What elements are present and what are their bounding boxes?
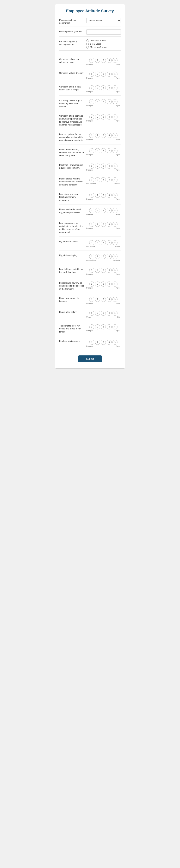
title-input[interactable] (86, 30, 121, 34)
rating-btn-2[interactable]: 2 (95, 58, 100, 63)
tenure-radio[interactable] (86, 46, 89, 49)
rating-btn-2[interactable]: 2 (95, 311, 100, 316)
rating-btn-5[interactable]: 5 (112, 254, 117, 259)
rating-btn-5[interactable]: 5 (112, 324, 117, 330)
rating-btn-3[interactable]: 3 (101, 193, 106, 198)
rating-btn-5[interactable]: 5 (112, 281, 117, 286)
rating-btn-3[interactable]: 3 (101, 340, 106, 345)
rating-btn-5[interactable]: 5 (112, 297, 117, 302)
rating-btn-5[interactable]: 5 (112, 177, 117, 182)
rating-btn-4[interactable]: 4 (107, 99, 112, 104)
rating-btn-1[interactable]: 1 (89, 222, 94, 227)
rating-btn-2[interactable]: 2 (95, 240, 100, 245)
rating-btn-3[interactable]: 3 (101, 297, 106, 302)
rating-btn-3[interactable]: 3 (101, 148, 106, 153)
rating-btn-5[interactable]: 5 (112, 85, 117, 90)
rating-btn-2[interactable]: 2 (95, 297, 100, 302)
rating-btn-1[interactable]: 1 (89, 177, 94, 182)
rating-btn-1[interactable]: 1 (89, 71, 94, 76)
rating-btn-5[interactable]: 5 (112, 58, 117, 63)
rating-btn-1[interactable]: 1 (89, 193, 94, 198)
rating-btn-3[interactable]: 3 (101, 268, 106, 273)
rating-btn-3[interactable]: 3 (101, 281, 106, 286)
rating-btn-1[interactable]: 1 (89, 268, 94, 273)
rating-btn-4[interactable]: 4 (107, 148, 112, 153)
rating-btn-2[interactable]: 2 (95, 254, 100, 259)
rating-btn-5[interactable]: 5 (112, 163, 117, 168)
rating-btn-4[interactable]: 4 (107, 297, 112, 302)
rating-btn-3[interactable]: 3 (101, 71, 106, 76)
rating-btn-2[interactable]: 2 (95, 340, 100, 345)
rating-btn-3[interactable]: 3 (101, 324, 106, 330)
rating-btn-3[interactable]: 3 (101, 85, 106, 90)
rating-btn-1[interactable]: 1 (89, 311, 94, 316)
rating-btn-1[interactable]: 1 (89, 340, 94, 345)
rating-btn-2[interactable]: 2 (95, 71, 100, 76)
rating-btn-4[interactable]: 4 (107, 208, 112, 213)
department-select[interactable]: Please SelectHRFinanceEngineeringMarketi… (86, 18, 121, 23)
rating-btn-4[interactable]: 4 (107, 222, 112, 227)
tenure-option[interactable]: More than 3 years (86, 46, 121, 49)
rating-btn-3[interactable]: 3 (101, 177, 106, 182)
rating-btn-5[interactable]: 5 (112, 240, 117, 245)
rating-btn-4[interactable]: 4 (107, 281, 112, 286)
rating-btn-4[interactable]: 4 (107, 340, 112, 345)
rating-btn-5[interactable]: 5 (112, 340, 117, 345)
rating-btn-3[interactable]: 3 (101, 254, 106, 259)
rating-btn-1[interactable]: 1 (89, 115, 94, 120)
rating-btn-2[interactable]: 2 (95, 163, 100, 168)
rating-btn-4[interactable]: 4 (107, 133, 112, 138)
rating-btn-5[interactable]: 5 (112, 148, 117, 153)
tenure-radio[interactable] (86, 43, 89, 45)
rating-btn-4[interactable]: 4 (107, 324, 112, 330)
rating-btn-3[interactable]: 3 (101, 58, 106, 63)
rating-btn-3[interactable]: 3 (101, 163, 106, 168)
rating-btn-4[interactable]: 4 (107, 85, 112, 90)
rating-btn-3[interactable]: 3 (101, 133, 106, 138)
tenure-option[interactable]: Less than 1 year (86, 39, 121, 42)
rating-btn-5[interactable]: 5 (112, 71, 117, 76)
rating-btn-4[interactable]: 4 (107, 115, 112, 120)
rating-btn-1[interactable]: 1 (89, 297, 94, 302)
rating-btn-2[interactable]: 2 (95, 99, 100, 104)
rating-btn-3[interactable]: 3 (101, 208, 106, 213)
rating-btn-4[interactable]: 4 (107, 311, 112, 316)
rating-btn-3[interactable]: 3 (101, 222, 106, 227)
rating-btn-3[interactable]: 3 (101, 311, 106, 316)
rating-btn-2[interactable]: 2 (95, 148, 100, 153)
rating-btn-3[interactable]: 3 (101, 240, 106, 245)
submit-button[interactable]: Submit (78, 355, 102, 362)
rating-btn-2[interactable]: 2 (95, 115, 100, 120)
rating-btn-5[interactable]: 5 (112, 133, 117, 138)
rating-btn-3[interactable]: 3 (101, 99, 106, 104)
rating-btn-2[interactable]: 2 (95, 193, 100, 198)
rating-btn-1[interactable]: 1 (89, 281, 94, 286)
rating-btn-3[interactable]: 3 (101, 115, 106, 120)
rating-btn-1[interactable]: 1 (89, 163, 94, 168)
rating-btn-4[interactable]: 4 (107, 163, 112, 168)
tenure-option[interactable]: 1 to 3 years (86, 43, 121, 45)
rating-btn-2[interactable]: 2 (95, 268, 100, 273)
rating-btn-1[interactable]: 1 (89, 254, 94, 259)
rating-btn-1[interactable]: 1 (89, 99, 94, 104)
rating-btn-2[interactable]: 2 (95, 324, 100, 330)
rating-btn-4[interactable]: 4 (107, 254, 112, 259)
rating-btn-2[interactable]: 2 (95, 222, 100, 227)
rating-btn-4[interactable]: 4 (107, 268, 112, 273)
rating-btn-5[interactable]: 5 (112, 115, 117, 120)
rating-btn-1[interactable]: 1 (89, 133, 94, 138)
rating-btn-2[interactable]: 2 (95, 177, 100, 182)
rating-btn-5[interactable]: 5 (112, 311, 117, 316)
rating-btn-1[interactable]: 1 (89, 58, 94, 63)
rating-btn-4[interactable]: 4 (107, 71, 112, 76)
rating-btn-4[interactable]: 4 (107, 177, 112, 182)
rating-btn-1[interactable]: 1 (89, 208, 94, 213)
rating-btn-4[interactable]: 4 (107, 193, 112, 198)
rating-btn-4[interactable]: 4 (107, 240, 112, 245)
rating-btn-5[interactable]: 5 (112, 193, 117, 198)
tenure-radio[interactable] (86, 39, 89, 42)
rating-btn-2[interactable]: 2 (95, 281, 100, 286)
rating-btn-2[interactable]: 2 (95, 133, 100, 138)
rating-btn-1[interactable]: 1 (89, 240, 94, 245)
rating-btn-1[interactable]: 1 (89, 324, 94, 330)
